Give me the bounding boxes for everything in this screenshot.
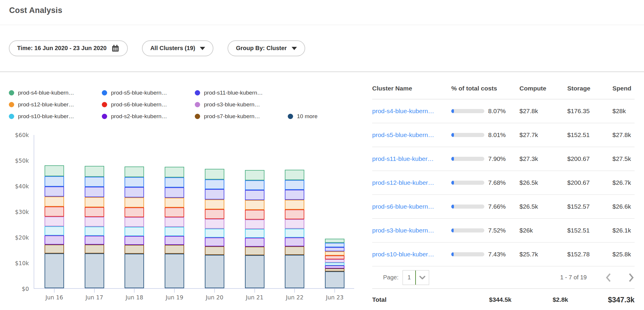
bar-segment[interactable]	[325, 239, 344, 243]
legend-item[interactable]: prod-s5-blue-kubern…	[102, 90, 195, 96]
bar-segment[interactable]	[245, 170, 264, 180]
bar-segment[interactable]	[45, 226, 64, 235]
bar-segment[interactable]	[165, 254, 184, 288]
bar-segment[interactable]	[285, 200, 304, 210]
bar-segment[interactable]	[85, 236, 104, 245]
bar-segment[interactable]	[85, 187, 104, 197]
legend-item[interactable]: prod-s7-blue-kubern…	[195, 113, 288, 120]
stacked-bar-jun-23[interactable]	[325, 239, 344, 288]
bar-segment[interactable]	[285, 170, 304, 180]
bar-segment[interactable]	[125, 207, 144, 217]
bar-segment[interactable]	[85, 253, 104, 288]
bar-segment[interactable]	[165, 198, 184, 207]
bar-segment[interactable]	[245, 220, 264, 229]
bar-segment[interactable]	[325, 243, 344, 247]
bar-segment[interactable]	[205, 189, 224, 199]
cluster-name-link[interactable]: prod-s4-blue-kubern…	[372, 108, 434, 114]
bar-segment[interactable]	[325, 268, 344, 271]
bar-segment[interactable]	[245, 200, 264, 210]
bar-segment[interactable]	[205, 209, 224, 219]
bar-segment[interactable]	[285, 246, 304, 255]
legend-item[interactable]: prod-s6-blue-kubern…	[102, 101, 195, 108]
cluster-name-link[interactable]: prod-s5-blue-kubern…	[372, 131, 434, 138]
bar-segment[interactable]	[125, 245, 144, 254]
bar-segment[interactable]	[285, 219, 304, 229]
bar-segment[interactable]	[245, 180, 264, 190]
bar-segment[interactable]	[45, 197, 64, 207]
bar-segment[interactable]	[125, 217, 144, 227]
bar-segment[interactable]	[285, 255, 304, 288]
bar-segment[interactable]	[85, 207, 104, 217]
bar-segment[interactable]	[245, 247, 264, 255]
bar-segment[interactable]	[45, 165, 64, 176]
bar-segment[interactable]	[125, 227, 144, 236]
legend-item[interactable]: 10 more	[288, 113, 318, 120]
stacked-bar-jun-19[interactable]	[165, 167, 184, 288]
bar-segment[interactable]	[205, 199, 224, 209]
bar-segment[interactable]	[245, 229, 264, 238]
stacked-bar-jun-22[interactable]	[285, 170, 304, 288]
page-select[interactable]: 1	[403, 270, 429, 285]
bar-segment[interactable]	[325, 266, 344, 268]
bar-segment[interactable]	[85, 197, 104, 207]
cluster-name-link[interactable]: prod-s6-blue-kubern…	[372, 203, 434, 210]
cluster-name-link[interactable]: prod-s3-blue-kubern…	[372, 227, 434, 234]
bar-segment[interactable]	[85, 227, 104, 236]
bar-segment[interactable]	[205, 255, 224, 288]
bar-segment[interactable]	[285, 190, 304, 200]
bar-segment[interactable]	[205, 169, 224, 179]
stacked-bar-jun-20[interactable]	[205, 169, 224, 288]
legend-item[interactable]: prod-s10-blue-kuber…	[9, 113, 102, 120]
bar-segment[interactable]	[205, 219, 224, 229]
bar-segment[interactable]	[165, 207, 184, 217]
legend-item[interactable]: prod-s4-blue-kubern…	[9, 90, 102, 96]
cluster-name-link[interactable]: prod-s10-blue-kuber…	[372, 251, 434, 258]
bar-segment[interactable]	[205, 179, 224, 189]
bar-segment[interactable]	[245, 210, 264, 220]
bar-segment[interactable]	[165, 227, 184, 236]
next-page-button[interactable]	[628, 273, 635, 283]
bar-segment[interactable]	[165, 236, 184, 245]
bar-segment[interactable]	[285, 238, 304, 246]
group-by-dropdown[interactable]: Group By: Cluster	[228, 40, 305, 56]
bar-segment[interactable]	[85, 177, 104, 187]
bar-segment[interactable]	[285, 210, 304, 219]
bar-segment[interactable]	[205, 229, 224, 238]
bar-segment[interactable]	[45, 176, 64, 187]
legend-item[interactable]: prod-s11-blue-kubern…	[195, 90, 288, 96]
bar-segment[interactable]	[85, 245, 104, 253]
cluster-name-link[interactable]: prod-s12-blue-kuber…	[372, 179, 434, 186]
bar-segment[interactable]	[165, 245, 184, 254]
bar-segment[interactable]	[285, 229, 304, 238]
bar-segment[interactable]	[125, 236, 144, 245]
legend-item[interactable]: prod-s3-blue-kubern…	[195, 101, 288, 108]
bar-segment[interactable]	[325, 271, 344, 288]
bar-segment[interactable]	[325, 259, 344, 263]
bar-segment[interactable]	[325, 247, 344, 251]
bar-segment[interactable]	[85, 217, 104, 227]
bar-segment[interactable]	[45, 207, 64, 217]
bar-segment[interactable]	[245, 255, 264, 288]
bar-segment[interactable]	[165, 167, 184, 177]
bar-segment[interactable]	[245, 190, 264, 200]
stacked-bar-jun-21[interactable]	[245, 170, 264, 288]
bar-segment[interactable]	[45, 245, 64, 253]
bar-segment[interactable]	[125, 254, 144, 288]
legend-item[interactable]: prod-s12-blue-kuber…	[9, 101, 102, 108]
legend-item[interactable]: prod-s2-blue-kubern…	[102, 113, 195, 120]
bar-segment[interactable]	[45, 187, 64, 197]
bar-segment[interactable]	[325, 255, 344, 259]
bar-segment[interactable]	[285, 180, 304, 190]
bar-segment[interactable]	[125, 187, 144, 197]
bar-segment[interactable]	[245, 238, 264, 247]
time-range-filter[interactable]: Time: 16 Jun 2020 - 23 Jun 2020	[9, 40, 128, 56]
bar-segment[interactable]	[45, 235, 64, 245]
stacked-bar-jun-17[interactable]	[85, 166, 104, 288]
previous-page-button[interactable]	[605, 273, 612, 283]
bar-segment[interactable]	[165, 217, 184, 227]
stacked-bar-jun-16[interactable]	[45, 165, 64, 288]
bar-segment[interactable]	[165, 177, 184, 187]
stacked-bar-jun-18[interactable]	[125, 166, 144, 288]
bar-segment[interactable]	[125, 197, 144, 207]
bar-segment[interactable]	[85, 166, 104, 177]
